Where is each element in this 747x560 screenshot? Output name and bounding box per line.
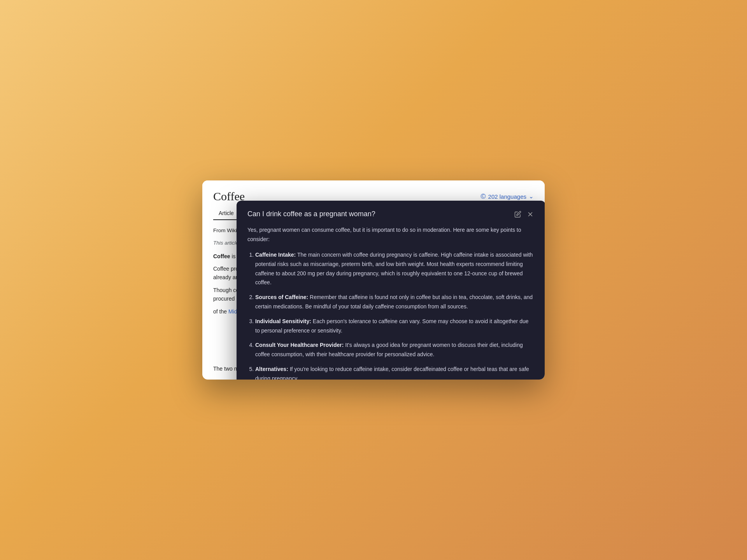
chevron-down-icon: ⌄	[529, 193, 534, 200]
point-4-title: Consult Your Healthcare Provider:	[255, 342, 344, 348]
modal-points-list: Caffeine Intake: The main concern with c…	[255, 250, 535, 379]
edit-button[interactable]	[514, 210, 522, 219]
translate-icon: ©	[480, 192, 486, 201]
close-button[interactable]	[526, 210, 535, 219]
modal-header-actions	[514, 210, 535, 219]
modal-point-2: Sources of Caffeine: Remember that caffe…	[255, 293, 535, 312]
modal-point-3: Individual Sensitivity: Each person's to…	[255, 317, 535, 336]
point-5-text: If you're looking to reduce caffeine int…	[255, 366, 529, 379]
modal-intro: Yes, pregnant women can consume coffee, …	[247, 226, 535, 244]
modal-header: Can I drink coffee as a pregnant woman?	[247, 210, 535, 219]
point-5-title: Alternatives:	[255, 366, 288, 372]
modal-point-5: Alternatives: If you're looking to reduc…	[255, 365, 535, 379]
browser-window: Coffee © 202 languages ⌄ Article Talk hi…	[202, 180, 545, 379]
modal-point-4: Consult Your Healthcare Provider: It's a…	[255, 341, 535, 359]
point-3-title: Individual Sensitivity:	[255, 318, 311, 324]
point-1-text: The main concern with coffee during preg…	[255, 252, 533, 285]
modal-body: Yes, pregnant women can consume coffee, …	[247, 226, 535, 379]
edit-icon	[514, 211, 521, 218]
close-icon	[527, 211, 534, 218]
point-2-title: Sources of Caffeine:	[255, 294, 308, 300]
modal-point-1: Caffeine Intake: The main concern with c…	[255, 250, 535, 287]
language-count[interactable]: 202 languages	[488, 193, 526, 200]
chat-modal: Can I drink coffee as a pregnant woman?	[237, 201, 545, 379]
modal-question: Can I drink coffee as a pregnant woman?	[247, 210, 507, 218]
point-1-title: Caffeine Intake:	[255, 252, 296, 258]
tab-article[interactable]: Article	[213, 207, 239, 220]
language-selector[interactable]: © 202 languages ⌄	[480, 192, 534, 201]
